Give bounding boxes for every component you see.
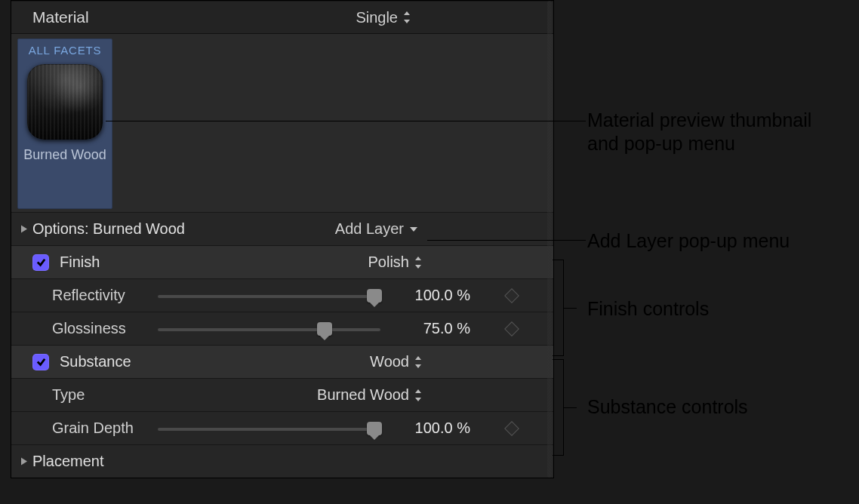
disclosure-triangle-icon[interactable] [20, 223, 28, 235]
placement-label: Placement [32, 453, 229, 470]
material-label: Material [32, 8, 356, 26]
material-preview-thumbnail[interactable] [27, 64, 103, 140]
material-name: Burned Wood [23, 147, 106, 163]
substance-enable-checkbox[interactable] [32, 354, 49, 370]
callout-thumbnail: Material preview thumbnail and pop-up me… [587, 109, 811, 156]
grain-depth-value[interactable]: 100.0 % [394, 419, 473, 437]
substance-type-value: Burned Wood [317, 386, 409, 404]
substance-section-row: Substance Wood [11, 345, 553, 378]
facet-tab-label: ALL FACETS [29, 44, 102, 57]
grain-depth-row: Grain Depth 100.0 % [11, 411, 553, 444]
double-arrow-icon [414, 389, 423, 402]
substance-preset-popup[interactable]: Wood [370, 353, 423, 370]
placement-row: Placement [11, 444, 553, 478]
finish-section-row: Finish Polish [11, 245, 553, 278]
glossiness-slider[interactable] [158, 322, 380, 336]
chevron-down-icon [408, 226, 419, 233]
options-label: Options: Burned Wood [32, 220, 229, 238]
substance-preset-value: Wood [370, 353, 409, 370]
finish-enable-checkbox[interactable] [32, 254, 49, 271]
callout-line [427, 240, 586, 241]
grain-depth-label: Grain Depth [52, 419, 158, 437]
callout-finish: Finish controls [587, 297, 709, 321]
add-layer-popup[interactable]: Add Layer [335, 220, 540, 238]
finish-preset-popup[interactable]: Polish [368, 254, 423, 271]
material-mode-value: Single [356, 9, 398, 26]
glossiness-label: Glossiness [52, 320, 158, 337]
reflectivity-row: Reflectivity 100.0 % [11, 278, 553, 312]
double-arrow-icon [414, 355, 423, 369]
substance-type-popup[interactable]: Burned Wood [317, 386, 423, 404]
disclosure-triangle-icon[interactable] [20, 455, 28, 468]
keyframe-button[interactable] [504, 421, 519, 436]
material-header: Material Single [11, 1, 553, 34]
substance-type-row: Type Burned Wood [11, 378, 553, 411]
callout-bracket [563, 359, 564, 456]
glossiness-row: Glossiness 75.0 % [11, 312, 553, 345]
callout-add-layer: Add Layer pop-up menu [587, 229, 790, 253]
keyframe-button[interactable] [504, 288, 519, 303]
reflectivity-slider[interactable] [158, 289, 380, 303]
callout-substance: Substance controls [587, 395, 748, 419]
finish-label: Finish [60, 254, 188, 271]
material-facets-area: ALL FACETS Burned Wood [11, 34, 553, 212]
substance-label: Substance [60, 353, 188, 370]
glossiness-value[interactable]: 75.0 % [394, 320, 473, 337]
callout-line [106, 121, 586, 121]
reflectivity-value[interactable]: 100.0 % [394, 287, 473, 304]
facet-card-all[interactable]: ALL FACETS Burned Wood [17, 38, 112, 209]
finish-preset-value: Polish [368, 254, 409, 271]
add-layer-label: Add Layer [335, 220, 404, 238]
material-inspector-panel: Material Single ALL FACETS Burned Wood O… [11, 0, 554, 478]
material-mode-popup[interactable]: Single [356, 9, 540, 26]
callout-bracket [563, 260, 564, 356]
grain-depth-slider[interactable] [158, 422, 380, 435]
keyframe-button[interactable] [504, 321, 519, 337]
double-arrow-icon [402, 11, 411, 24]
reflectivity-label: Reflectivity [52, 287, 158, 304]
substance-type-label: Type [52, 386, 158, 404]
double-arrow-icon [414, 256, 423, 269]
